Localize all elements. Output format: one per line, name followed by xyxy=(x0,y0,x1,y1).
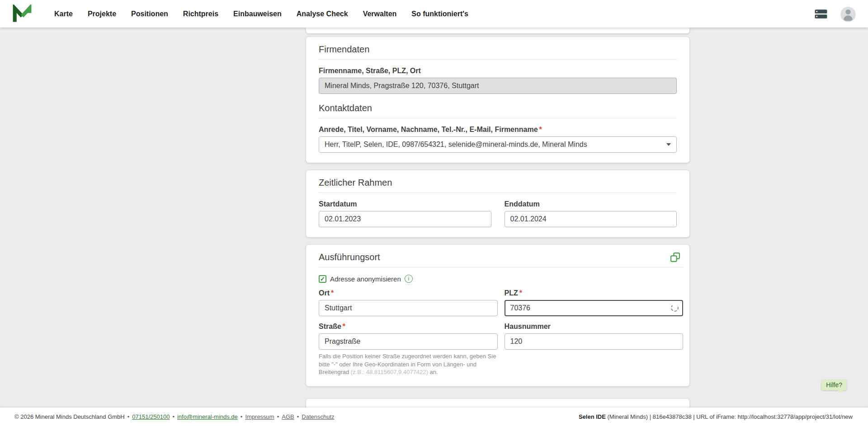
company-field-label: Firmenname, Straße, PLZ, Ort xyxy=(319,67,677,75)
footer-left: © 2026 Mineral Minds Deutschland GmbH • … xyxy=(14,413,335,420)
card-firmendaten: Firmendaten Firmenname, Straße, PLZ, Ort… xyxy=(306,37,689,163)
hausnummer-input[interactable] xyxy=(505,333,684,350)
required-asterisk: * xyxy=(331,289,334,297)
startdatum-label: Startdatum xyxy=(319,200,491,208)
email-link[interactable]: info@mineral-minds.de xyxy=(177,413,238,420)
plz-field-group: PLZ* xyxy=(505,289,684,316)
anonymize-row: Adresse anonymisieren i xyxy=(319,275,683,283)
section-title-zeitlicher-rahmen: Zeitlicher Rahmen xyxy=(319,178,677,188)
server-icon[interactable] xyxy=(814,9,828,19)
required-asterisk: * xyxy=(343,323,345,330)
copyright-text: © 2026 Mineral Minds Deutschland GmbH xyxy=(14,413,125,420)
section-title-kontaktdaten: Kontaktdaten xyxy=(319,103,677,113)
kontakt-field-label: Anrede, Titel, Vorname, Nachname, Tel.-N… xyxy=(319,126,677,134)
avatar-person-icon xyxy=(846,9,851,14)
card-partial-top xyxy=(306,28,689,33)
nav-item-projekte[interactable]: Projekte xyxy=(88,10,116,18)
required-asterisk: * xyxy=(539,126,542,133)
nav-item-so-funktionierts[interactable]: So funktioniert's xyxy=(411,10,468,18)
section-title-ausfuehrungsort: Ausführungsort xyxy=(319,252,683,262)
main-content: Firmendaten Firmenname, Straße, PLZ, Ort… xyxy=(0,28,868,407)
strasse-help-text: Falls die Position keiner Straße zugeord… xyxy=(319,352,498,376)
nav-item-positionen[interactable]: Positionen xyxy=(131,10,168,18)
hausnummer-field-group: Hausnummer xyxy=(505,323,684,376)
card-ausfuehrungsort: Ausführungsort Adresse anonymisieren i O… xyxy=(306,245,689,386)
datenschutz-link[interactable]: Datenschutz xyxy=(302,413,334,420)
info-icon[interactable]: i xyxy=(405,275,413,283)
startdatum-field-group: Startdatum xyxy=(319,200,491,227)
app-name: Selen IDE xyxy=(579,413,606,420)
hausnummer-label: Hausnummer xyxy=(505,323,684,331)
agb-link[interactable]: AGB xyxy=(282,413,294,420)
loading-spinner-icon xyxy=(671,304,679,312)
nav-item-analyse-check[interactable]: Analyse Check xyxy=(297,10,348,18)
nav-item-verwalten[interactable]: Verwalten xyxy=(363,10,397,18)
kontakt-select-value: Herr, TitelP, Selen, IDE, 0987/654321, s… xyxy=(325,140,587,149)
card-zeitlicher-rahmen: Zeitlicher Rahmen Startdatum Enddatum xyxy=(306,170,689,237)
footer: © 2026 Mineral Minds Deutschland GmbH • … xyxy=(0,407,868,426)
anonymize-label: Adresse anonymisieren xyxy=(330,275,401,283)
help-button[interactable]: Hilfe? xyxy=(821,379,847,390)
mineral-minds-logo-icon[interactable] xyxy=(13,5,32,23)
nav-item-richtpreis[interactable]: Richtpreis xyxy=(183,10,218,18)
nav-item-karte[interactable]: Karte xyxy=(54,10,73,18)
geo-coords-example: (z.B.: 48.8115607,9.4077422) xyxy=(351,369,428,375)
ort-field-group: Ort* xyxy=(319,289,498,316)
section-title-firmendaten: Firmendaten xyxy=(319,44,677,55)
impressum-link[interactable]: Impressum xyxy=(245,413,274,420)
plz-label: PLZ* xyxy=(505,289,684,297)
ort-input[interactable] xyxy=(319,300,498,316)
anonymize-checkbox[interactable] xyxy=(319,275,326,283)
top-navbar: Karte Projekte Positionen Richtpreis Ein… xyxy=(0,0,868,28)
startdatum-input[interactable] xyxy=(319,211,491,227)
divider xyxy=(319,118,677,118)
phone-link[interactable]: 07151/250100 xyxy=(132,413,170,420)
card-partial-bottom xyxy=(306,399,689,407)
user-avatar[interactable] xyxy=(841,7,855,21)
divider xyxy=(319,267,683,267)
copy-icon[interactable] xyxy=(670,252,680,262)
main-navigation: Karte Projekte Positionen Richtpreis Ein… xyxy=(54,10,468,18)
divider xyxy=(319,59,677,60)
ort-label: Ort* xyxy=(319,289,498,297)
enddatum-label: Enddatum xyxy=(505,200,677,208)
divider xyxy=(319,192,677,193)
kontakt-select[interactable]: Herr, TitelP, Selen, IDE, 0987/654321, s… xyxy=(319,136,677,153)
required-asterisk: * xyxy=(519,289,522,297)
enddatum-field-group: Enddatum xyxy=(505,200,677,227)
plz-input[interactable] xyxy=(505,300,684,316)
strasse-label: Straße* xyxy=(319,323,498,331)
chevron-down-icon xyxy=(666,143,671,146)
enddatum-input[interactable] xyxy=(505,211,677,227)
strasse-field-group: Straße* Falls die Position keiner Straße… xyxy=(319,323,498,376)
nav-item-einbauweisen[interactable]: Einbauweisen xyxy=(233,10,282,18)
company-field xyxy=(319,78,677,94)
footer-status-text: Selen IDE (Mineral Minds) | 816e43878c38… xyxy=(579,413,853,420)
strasse-input[interactable] xyxy=(319,333,498,350)
